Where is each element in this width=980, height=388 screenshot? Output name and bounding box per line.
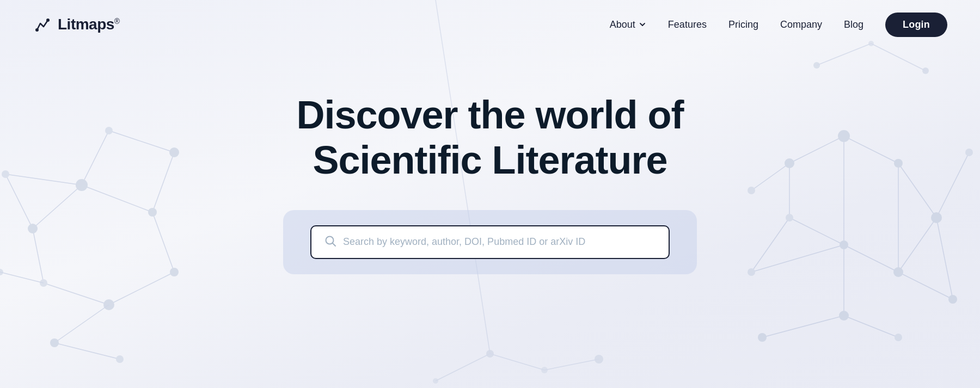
svg-point-23 <box>116 355 124 363</box>
svg-line-37 <box>898 272 953 299</box>
svg-line-41 <box>762 316 844 337</box>
nav-about[interactable]: About <box>610 19 646 30</box>
nav-features[interactable]: Features <box>668 19 707 30</box>
hero-section: Discover the world of Scientific Literat… <box>0 49 980 274</box>
svg-line-67 <box>490 354 544 370</box>
svg-line-5 <box>44 283 109 305</box>
svg-line-70 <box>436 354 490 381</box>
svg-point-57 <box>895 334 902 341</box>
svg-line-21 <box>54 343 120 359</box>
svg-line-68 <box>544 359 599 370</box>
search-box <box>310 225 670 259</box>
nav-blog[interactable]: Blog <box>844 19 863 30</box>
nav-links: About Features Pricing Company Blog Logi… <box>610 13 947 37</box>
svg-point-22 <box>50 338 59 347</box>
svg-point-55 <box>758 333 767 342</box>
svg-point-72 <box>46 19 50 22</box>
svg-point-71 <box>35 28 39 32</box>
svg-line-74 <box>333 243 336 246</box>
chevron-down-icon <box>639 21 646 28</box>
search-icon <box>324 235 336 249</box>
hero-title: Discover the world of Scientific Literat… <box>296 93 683 183</box>
nav-company[interactable]: Company <box>780 19 822 30</box>
svg-line-6 <box>109 272 174 305</box>
navbar: Litmaps® About Features Pricing Company … <box>0 0 980 49</box>
svg-point-52 <box>948 295 957 304</box>
svg-point-56 <box>839 311 849 321</box>
logo-icon <box>33 15 52 34</box>
logo[interactable]: Litmaps® <box>33 15 120 34</box>
svg-line-42 <box>844 316 898 337</box>
nav-pricing[interactable]: Pricing <box>728 19 758 30</box>
brand-name: Litmaps® <box>58 16 120 33</box>
search-container <box>283 210 697 274</box>
login-button[interactable]: Login <box>885 13 947 37</box>
svg-line-20 <box>54 305 109 343</box>
search-input[interactable] <box>343 236 656 248</box>
